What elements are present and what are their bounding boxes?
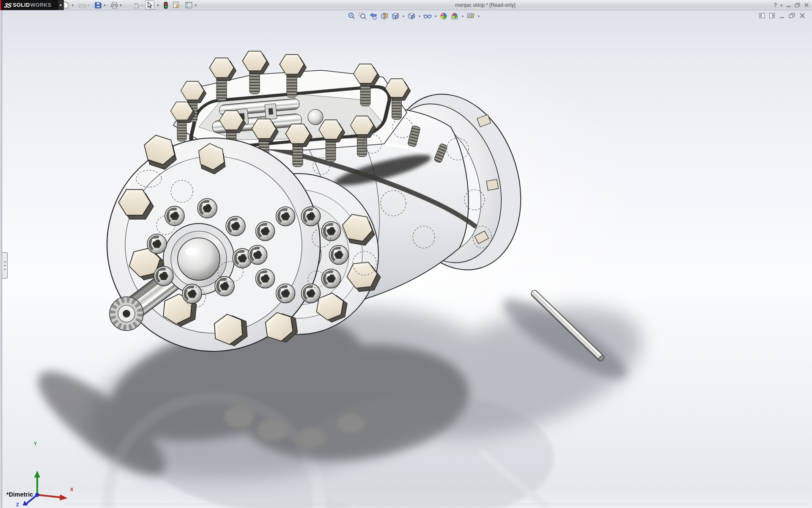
orientation-cube-icon <box>392 12 399 20</box>
undo-arrow-icon <box>133 2 140 8</box>
floor-reflection-line <box>63 504 808 504</box>
view-settings-button[interactable] <box>465 12 476 21</box>
back-arrow-lens-icon <box>370 12 377 20</box>
magnifier-area-icon <box>359 12 366 20</box>
eyeglasses-icon <box>423 12 432 20</box>
document-window-controls <box>758 12 806 19</box>
printer-icon <box>111 2 118 8</box>
solidworks-3s-icon: 3S <box>3 2 12 9</box>
brand-text-light: WORKS <box>30 2 52 8</box>
magnifier-icon <box>348 12 355 20</box>
minimize-document-icon <box>779 13 785 19</box>
options-dropdown[interactable]: ▾ <box>193 0 198 10</box>
triad-y-label: Y <box>34 441 37 446</box>
minimize-icon <box>786 3 791 8</box>
color-ball-icon <box>440 12 447 20</box>
undo-dropdown[interactable]: ▾ <box>140 0 145 10</box>
undo-button[interactable] <box>132 0 141 10</box>
minimize-document-button[interactable] <box>778 12 786 19</box>
featuremanager-collapsed-tab[interactable]: ◂ ◂ ◂ <box>2 252 8 279</box>
minimize-button[interactable] <box>785 2 793 8</box>
view-settings-dropdown[interactable]: ▾ <box>476 12 481 21</box>
close-icon <box>804 3 809 8</box>
help-dropdown[interactable]: ▾ <box>779 0 784 10</box>
save-button[interactable] <box>93 0 103 10</box>
print-button[interactable] <box>110 0 119 10</box>
zoom-to-area-button[interactable] <box>357 12 368 21</box>
options-checklist-icon <box>185 2 192 8</box>
restore-button[interactable] <box>794 2 801 8</box>
toggle-right-pane-button[interactable] <box>768 12 776 19</box>
close-document-button[interactable] <box>798 12 806 19</box>
help-button[interactable]: ? <box>773 2 778 8</box>
view-orientation-button[interactable] <box>390 12 401 21</box>
spline-end[interactable] <box>110 297 143 331</box>
pane-right-icon <box>769 13 775 19</box>
graphics-area[interactable]: ▾ ▾ ▾ <box>0 10 812 508</box>
solidworks-logo: 3S SOLID WORKS <box>0 0 58 10</box>
window-title: menjac sklop * [Read-only] <box>455 2 516 8</box>
rebuild-button[interactable] <box>161 0 170 10</box>
close-document-icon <box>799 13 805 19</box>
select-button[interactable] <box>145 0 154 10</box>
previous-view-button[interactable] <box>368 12 379 21</box>
open-button[interactable] <box>77 0 87 10</box>
solidworks-window: 3S SOLID WORKS ▶ ▾ ▾ ▾ <box>0 0 812 508</box>
select-cursor-icon <box>147 2 153 8</box>
pane-left-icon <box>759 13 765 19</box>
shaded-cube-icon <box>408 12 415 20</box>
collapse-arrow-icon: ◂ <box>4 268 5 271</box>
file-properties-icon <box>173 2 180 8</box>
open-dropdown[interactable]: ▾ <box>86 0 91 10</box>
brand-text-bold: SOLID <box>13 2 30 8</box>
section-view-button[interactable] <box>379 12 390 21</box>
apply-scene-dropdown[interactable]: ▾ <box>460 12 465 21</box>
new-document-dropdown[interactable]: ▾ <box>70 0 75 10</box>
titlebar: 3S SOLID WORKS ▶ ▾ ▾ ▾ <box>0 0 812 10</box>
new-document-button[interactable] <box>61 0 71 10</box>
section-cut-icon <box>381 12 388 20</box>
apply-scene-button[interactable] <box>449 12 460 21</box>
model-canvas[interactable] <box>0 10 812 508</box>
edit-appearance-button[interactable] <box>438 12 449 21</box>
headsup-view-toolbar: ▾ ▾ ▾ <box>346 11 481 21</box>
options-button[interactable] <box>184 0 193 10</box>
close-button[interactable] <box>803 2 810 8</box>
hide-show-items-dropdown[interactable]: ▾ <box>433 12 438 21</box>
restore-document-icon <box>789 13 796 19</box>
new-document-icon <box>63 2 69 8</box>
restore-document-button[interactable] <box>788 12 796 19</box>
viewport-left-border <box>0 10 2 508</box>
collapse-arrow-icon: ◂ <box>4 260 5 263</box>
hide-show-items-button[interactable] <box>422 12 433 21</box>
monitor-pencil-icon <box>467 12 475 20</box>
zoom-to-fit-button[interactable] <box>346 12 357 21</box>
traffic-light-icon <box>164 2 168 9</box>
triad-z-label: Z <box>16 502 19 507</box>
triad-x-label: X <box>70 487 73 492</box>
toggle-left-pane-button[interactable] <box>758 12 765 19</box>
scene-ball-icon <box>451 12 458 20</box>
save-dropdown[interactable]: ▾ <box>102 0 107 10</box>
restore-icon <box>795 3 801 8</box>
view-orientation-dropdown[interactable]: ▾ <box>401 12 406 21</box>
open-folder-icon <box>79 2 86 8</box>
display-style-dropdown[interactable]: ▾ <box>417 12 422 21</box>
logo-accent-stripe <box>0 0 1 10</box>
select-dropdown[interactable]: ▾ <box>156 0 160 10</box>
view-orientation-label: *Dimetric <box>6 491 33 498</box>
file-properties-button[interactable] <box>171 0 181 10</box>
display-style-button[interactable] <box>406 12 417 21</box>
print-dropdown[interactable]: ▾ <box>118 0 123 10</box>
save-diskette-icon <box>95 2 102 8</box>
collapse-arrow-icon: ◂ <box>4 264 5 267</box>
